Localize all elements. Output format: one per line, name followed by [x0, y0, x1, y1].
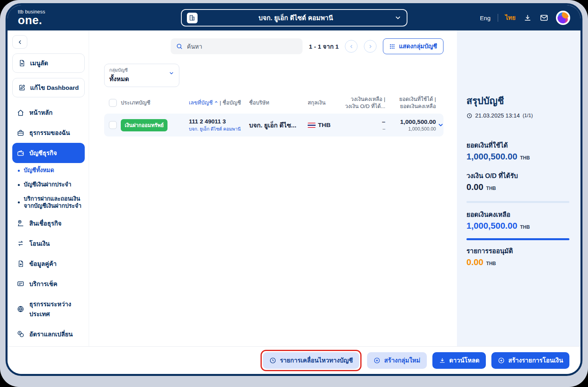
building-icon [187, 13, 198, 23]
sidebar-item-label: สินเชื่อธุรกิจ [29, 218, 61, 228]
table-header-row: ประเภทบัญชี เลขที่บัญชี | ชื่อบัญชี ชื่อ… [104, 96, 443, 110]
sidebar-subitem-label: บัญชีเงินฝากประจำ [24, 181, 71, 188]
col-balance-line2: ยอดเงินคงเหลือ [400, 103, 436, 109]
sidebar-collapse-button[interactable] [12, 35, 27, 49]
sidebar-item-international[interactable]: ธุรกรรมระหว่างประเทศ [12, 294, 85, 324]
available-label: ยอดเงินที่ใช้ได้ [466, 140, 569, 150]
lang-thai-button[interactable]: ไทย [505, 13, 516, 23]
col-limit: วงเงินคงเหลือ | วงเงิน O/D ที่ได้... [341, 96, 385, 110]
avatar[interactable] [556, 11, 570, 25]
device-frame: ttb business one. บจก. ยูเอ็ก ดีไซต์ คอม… [0, 0, 588, 387]
avatar-art [558, 12, 569, 23]
balance-primary: 1,000,500.00 [385, 118, 436, 125]
bottom-action-bar: รายการเคลื่อนไหวทางบัญชี สร้างกลุ่มใหม่ … [8, 346, 580, 374]
col-account-type: ประเภทบัญชี [121, 99, 189, 106]
edit-icon [17, 83, 26, 92]
sort-asc-icon [214, 100, 218, 104]
download-button[interactable]: ดาวน์โหลด [432, 352, 486, 369]
summary-timestamp: 21.03.2025 13:14 [475, 112, 520, 119]
summary-timestamp-row: 21.03.2025 13:14 (1/1) [466, 112, 569, 119]
plus-circle-icon [498, 357, 505, 364]
next-page-button[interactable] [364, 40, 377, 53]
col-balance: ยอดเงินที่ใช้ได้ | ยอดเงินคงเหลือ [385, 96, 436, 110]
sidebar-item-transfer[interactable]: โอนเงิน [12, 233, 85, 254]
show-account-groups-button[interactable]: แสดงกลุ่มบัญชี [383, 38, 443, 54]
account-type-cell: เงินฝากออมทรัพย์ [121, 119, 189, 131]
lang-eng-button[interactable]: Eng [480, 15, 491, 21]
company-selector-dropdown[interactable]: บจก. ยูเอ็ก ดีไซต์ คอมพานี [181, 9, 407, 27]
bullet-icon [18, 170, 20, 172]
select-all-checkbox[interactable] [109, 99, 117, 107]
download-icon[interactable] [523, 13, 532, 23]
sidebar-item-my-transactions[interactable]: ธุรกรรมของฉัน [12, 123, 85, 143]
row-checkbox[interactable] [109, 121, 117, 129]
account-number: 111 2 49011 3 [189, 118, 249, 125]
limit-primary: – [341, 118, 385, 125]
label-line1: บริการฝากและถอนเงิน [24, 195, 80, 202]
account-number-cell: 111 2 49011 3 บจก. ยูเอ็ก ดีไซต์ คอมพานี [189, 118, 249, 133]
sidebar-item-label: เมนูลัด [30, 58, 48, 68]
sidebar-subitem-fixed-deposit[interactable]: บัญชีเงินฝากประจำ [12, 177, 85, 192]
bullet-icon [18, 184, 20, 186]
sidebar-item-label: ข้อมูลคู่ค้า [29, 259, 57, 269]
account-group-filter-dropdown[interactable]: กลุ่มบัญชี ทั้งหมด [104, 64, 179, 87]
pending-label: รายการรออนุมัติ [466, 246, 569, 256]
sidebar-item-cheque-service[interactable]: บริการเช็ค [12, 274, 85, 294]
sort-account-number[interactable]: เลขที่บัญชี [189, 100, 213, 106]
grid-icon [389, 44, 395, 49]
show-account-groups-label: แสดงกลุ่มบัญชี [399, 42, 437, 51]
sidebar: เมนูลัด แก้ไข Dashboard หน้าห [8, 30, 89, 346]
download-icon [439, 357, 446, 364]
account-movements-button[interactable]: รายการเคลื่อนไหวทางบัญชี [263, 352, 359, 369]
sidebar-subitem-deposit-withdraw-service[interactable]: บริการฝากและถอนเงิน จากบัญชีเงินฝากประจำ [12, 192, 85, 213]
company-name-cell: บจก. ยูเอ็ก ดีไซ... [249, 120, 308, 130]
balance-cell: 1,000,500.00 1,000,500.00 [385, 118, 436, 132]
sidebar-item-edit-dashboard[interactable]: แก้ไข Dashboard [12, 78, 85, 97]
page-body: เมนูลัด แก้ไข Dashboard หน้าห [8, 30, 580, 346]
lang-divider [498, 14, 498, 22]
mail-icon[interactable] [539, 13, 549, 23]
limit-secondary: – [341, 126, 385, 132]
sidebar-item-label: หน้าหลัก [29, 108, 53, 118]
od-label: วงเงิน O/D ที่ได้รับ [466, 171, 569, 181]
main-content: 1 - 1 จาก 1 [89, 30, 457, 346]
col-account-name-suffix: | ชื่อบัญชี [220, 100, 241, 106]
sidebar-subitem-label: บัญชีทั้งหมด [24, 167, 54, 174]
row-expand-chevron-icon[interactable] [436, 122, 445, 128]
summary-page-indicator: (1/1) [523, 113, 533, 118]
sidebar-subitem-all-accounts[interactable]: บัญชีทั้งหมด [12, 163, 85, 177]
sidebar-item-label: โอนเงิน [29, 239, 50, 249]
sidebar-item-business-loans[interactable]: สินเชื่อธุรกิจ [12, 213, 85, 233]
shortcut-menu-icon [17, 59, 26, 68]
filter-selected-value: ทั้งหมด [109, 74, 174, 84]
balance-secondary: 1,000,500.00 [385, 126, 436, 132]
limit-cell: – – [341, 118, 385, 132]
top-right-controls: Eng ไทย [480, 11, 570, 25]
bullet-icon [18, 201, 20, 203]
home-icon [16, 108, 25, 117]
selected-company-name: บจก. ยูเอ็ก ดีไซต์ คอมพานี [198, 13, 394, 23]
globe-icon [16, 305, 25, 313]
sidebar-item-label: อัตราแลกเปลี่ยน [29, 329, 73, 339]
sidebar-item-business-accounts[interactable]: บัญชีธุรกิจ [12, 143, 85, 163]
sidebar-item-label: ธุรกรรมระหว่างประเทศ [29, 299, 81, 319]
download-label: ดาวน์โหลด [449, 355, 480, 365]
sidebar-item-home[interactable]: หน้าหลัก [12, 102, 85, 123]
account-summary-panel: สรุปบัญชี 21.03.2025 13:14 (1/1) ยอดเงิน… [457, 30, 580, 346]
logo-text-main: one. [18, 15, 45, 26]
create-transfer-button[interactable]: สร้างรายการโอนเงิน [491, 352, 569, 369]
col-limit-line1: วงเงินคงเหลือ | [351, 96, 385, 102]
sidebar-item-partner-info[interactable]: ข้อมูลคู่ค้า [12, 254, 85, 274]
remaining-currency: THB [520, 224, 530, 230]
briefcase-icon [16, 129, 25, 137]
table-row[interactable]: เงินฝากออมทรัพย์ 111 2 49011 3 บจก. ยูเอ… [104, 114, 443, 137]
filter-label: กลุ่มบัญชี [109, 66, 174, 74]
cheque-icon [16, 279, 25, 288]
sidebar-item-exchange-rate[interactable]: อัตราแลกเปลี่ยน [12, 324, 85, 344]
sidebar-item-shortcut-menu[interactable]: เมนูลัด [12, 53, 85, 73]
summary-title: สรุปบัญชี [466, 93, 569, 108]
create-group-button[interactable]: สร้างกลุ่มใหม่ [367, 352, 426, 369]
prev-page-button[interactable] [345, 40, 358, 53]
search-input[interactable] [187, 43, 297, 50]
sidebar-item-label: ธุรกรรมของฉัน [29, 128, 70, 138]
